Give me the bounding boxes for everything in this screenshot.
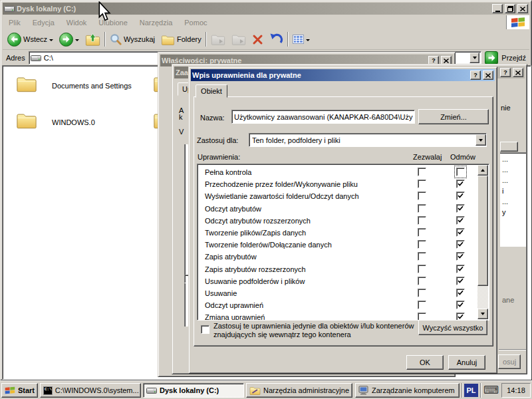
start-label: Start <box>18 386 35 394</box>
deny-checkbox[interactable] <box>456 204 465 213</box>
permission-name: Zmiana uprawnień <box>205 313 265 321</box>
folders-button[interactable]: Foldery <box>159 33 203 47</box>
deny-checkbox[interactable] <box>456 216 465 225</box>
menu-edycja[interactable]: Edycja <box>27 19 61 27</box>
scrollbar-thumb[interactable] <box>477 176 488 286</box>
language-indicator[interactable]: PL <box>464 384 478 397</box>
name-field[interactable]: Użytkownicy zaawansowani (KANAPKAR-6A80D… <box>231 110 415 124</box>
deny-checkbox[interactable] <box>456 289 465 297</box>
permission-row: Usuwanie podfolderów i plików <box>198 275 477 287</box>
change-button[interactable]: Zmień... <box>418 109 489 124</box>
deny-checkbox[interactable] <box>456 192 465 200</box>
close-button[interactable] <box>513 68 523 77</box>
go-arrow-icon <box>488 55 495 61</box>
up-button[interactable] <box>83 32 102 47</box>
views-button[interactable] <box>291 33 312 45</box>
close-button[interactable] <box>483 70 493 80</box>
allow-checkbox[interactable] <box>418 265 426 273</box>
deny-checkbox[interactable] <box>456 228 465 237</box>
menu-widok[interactable]: Widok <box>61 19 93 27</box>
minimize-icon <box>495 11 500 12</box>
apply-button-fragment[interactable]: osuj <box>498 354 521 369</box>
permission-dialog-titlebar[interactable]: Wpis uprawnienia dla prywatne ? <box>191 69 495 81</box>
allow-checkbox[interactable] <box>418 168 426 176</box>
apply-to-combobox[interactable]: Ten folder, podfoldery i pliki <box>249 133 487 147</box>
name-value: Użytkownicy zaawansowani (KANAPKAR-6A80D… <box>234 113 412 121</box>
restore-button[interactable] <box>505 4 515 13</box>
start-button[interactable]: Start <box>1 383 38 398</box>
allow-checkbox[interactable] <box>418 216 426 225</box>
close-icon <box>520 7 525 11</box>
allow-checkbox[interactable] <box>418 252 426 261</box>
minimize-button[interactable] <box>492 4 503 13</box>
taskbar-task-admin-tools[interactable]: Narzędzia administracyjne <box>246 383 352 398</box>
close-button[interactable] <box>517 4 528 13</box>
allow-checkbox[interactable] <box>418 180 426 188</box>
deny-checkbox[interactable] <box>456 240 465 249</box>
clipped-button-fragment <box>500 142 518 152</box>
toolbar-separator <box>104 32 106 47</box>
explorer-titlebar[interactable]: Dysk lokalny (C:) <box>3 3 529 15</box>
allow-checkbox[interactable] <box>418 240 426 249</box>
allow-checkbox[interactable] <box>418 204 426 213</box>
clear-all-button[interactable]: Wyczyść wszystko <box>418 320 487 335</box>
deny-checkbox[interactable] <box>456 301 465 309</box>
permission-row: Zmiana uprawnień <box>198 311 477 321</box>
apply-only-checkbox[interactable] <box>201 325 209 334</box>
folders-icon <box>161 34 175 45</box>
copy-to-button <box>229 32 248 47</box>
folders-label: Foldery <box>177 35 201 43</box>
address-dropdown-button[interactable] <box>469 53 479 63</box>
permission-row: Pełna kontrola <box>198 166 477 178</box>
deny-checkbox[interactable] <box>456 168 465 176</box>
task-label: Zarządzanie komputerem <box>372 386 455 394</box>
keyboard-icon[interactable]: ⌨ <box>483 384 499 397</box>
search-button[interactable]: Wyszukaj <box>108 32 157 47</box>
tab-obiekt[interactable]: Obiekt <box>196 84 227 98</box>
restore-icon <box>507 6 513 12</box>
clipped-text-fragment: V <box>179 128 184 136</box>
help-button[interactable]: ? <box>470 70 481 80</box>
allow-checkbox[interactable] <box>418 289 426 297</box>
ok-button[interactable]: OK <box>406 355 444 370</box>
deny-checkbox[interactable] <box>456 265 465 273</box>
help-button[interactable]: ? <box>500 68 511 77</box>
deny-checkbox[interactable] <box>456 180 465 188</box>
folder-icon[interactable] <box>16 74 37 92</box>
back-button[interactable]: Wstecz <box>5 31 55 48</box>
mouse-cursor <box>98 1 111 22</box>
cancel-button[interactable]: Anuluj <box>448 355 485 370</box>
combo-dropdown-button[interactable] <box>475 134 486 146</box>
allow-checkbox[interactable] <box>418 301 426 309</box>
delete-button[interactable] <box>250 33 265 47</box>
drive-icon <box>4 5 15 13</box>
deny-checkbox[interactable] <box>456 252 465 261</box>
allow-checkbox[interactable] <box>418 277 426 285</box>
clipped-list-item: i <box>502 187 503 195</box>
taskbar-task-disk[interactable]: Dysk lokalny (C:) <box>143 383 244 398</box>
forward-button[interactable] <box>57 31 81 48</box>
permission-row: Usuwanie <box>198 287 477 299</box>
go-button[interactable] <box>485 51 498 65</box>
clock: 14:18 <box>501 383 531 398</box>
toolbar: Wstecz Wyszukaj Foldery <box>3 29 529 50</box>
permission-name: Wyświetlanie zawartości folderu/Odczyt d… <box>205 192 359 200</box>
deny-checkbox[interactable] <box>456 277 465 285</box>
allow-checkbox[interactable] <box>418 228 426 237</box>
undo-button[interactable] <box>267 32 285 47</box>
windows-logo <box>506 15 529 29</box>
scroll-down-button[interactable] <box>477 309 488 319</box>
menu-pomoc[interactable]: Pomoc <box>178 19 213 27</box>
toolbar-separator <box>287 32 289 47</box>
taskbar-task-console[interactable]: C:\ C:\WINDOWS.0\system... <box>40 383 141 398</box>
file-item-label[interactable]: Documents and Settings <box>52 82 132 90</box>
scrollbar[interactable] <box>477 165 488 319</box>
allow-column-header: Zezwalaj <box>413 153 442 161</box>
menu-narzedzia[interactable]: Narzędzia <box>134 19 179 27</box>
file-item-label[interactable]: WINDOWS.0 <box>52 118 95 126</box>
scroll-up-button[interactable] <box>477 165 488 176</box>
allow-checkbox[interactable] <box>418 192 426 200</box>
folder-icon[interactable] <box>16 111 37 129</box>
taskbar-task-computer-mgmt[interactable]: Zarządzanie komputerem <box>355 383 460 398</box>
menu-plik[interactable]: Plik <box>3 19 27 27</box>
